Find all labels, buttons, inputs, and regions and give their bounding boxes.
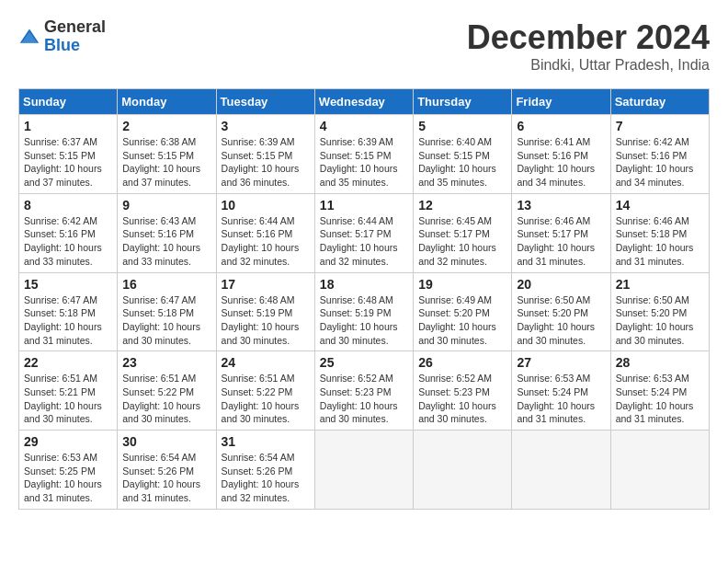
table-row: 21Sunrise: 6:50 AMSunset: 5:20 PMDayligh… xyxy=(610,272,709,351)
table-row: 26Sunrise: 6:52 AMSunset: 5:23 PMDayligh… xyxy=(414,351,512,431)
cell-info: Sunrise: 6:37 AMSunset: 5:15 PMDaylight:… xyxy=(24,135,112,190)
table-row: 20Sunrise: 6:50 AMSunset: 5:20 PMDayligh… xyxy=(512,272,610,351)
col-wednesday: Wednesday xyxy=(314,89,413,115)
cell-info: Sunrise: 6:46 AMSunset: 5:18 PMDaylight:… xyxy=(616,214,704,269)
calendar-table: Sunday Monday Tuesday Wednesday Thursday… xyxy=(18,88,710,510)
day-number: 23 xyxy=(122,355,210,370)
cell-info: Sunrise: 6:52 AMSunset: 5:23 PMDaylight:… xyxy=(320,372,408,426)
col-saturday: Saturday xyxy=(610,89,709,115)
cell-info: Sunrise: 6:46 AMSunset: 5:17 PMDaylight:… xyxy=(517,214,605,269)
calendar-week-row: 15Sunrise: 6:47 AMSunset: 5:18 PMDayligh… xyxy=(19,272,710,351)
day-number: 10 xyxy=(222,198,310,213)
table-row: 19Sunrise: 6:49 AMSunset: 5:20 PMDayligh… xyxy=(414,272,512,351)
day-number: 30 xyxy=(122,434,210,449)
table-row: 28Sunrise: 6:53 AMSunset: 5:24 PMDayligh… xyxy=(610,351,709,431)
day-number: 16 xyxy=(122,277,210,292)
cell-info: Sunrise: 6:48 AMSunset: 5:19 PMDaylight:… xyxy=(222,293,310,348)
logo-text: General Blue xyxy=(44,18,106,55)
table-row: 3Sunrise: 6:39 AMSunset: 5:15 PMDaylight… xyxy=(216,115,314,194)
day-number: 7 xyxy=(616,119,704,133)
day-number: 25 xyxy=(320,355,408,370)
table-row: 15Sunrise: 6:47 AMSunset: 5:18 PMDayligh… xyxy=(19,272,118,351)
day-number: 9 xyxy=(122,198,210,213)
table-row: 16Sunrise: 6:47 AMSunset: 5:18 PMDayligh… xyxy=(118,272,216,351)
col-monday: Monday xyxy=(118,89,216,115)
table-row: 31Sunrise: 6:54 AMSunset: 5:26 PMDayligh… xyxy=(216,431,314,510)
day-number: 27 xyxy=(517,355,605,370)
table-row: 13Sunrise: 6:46 AMSunset: 5:17 PMDayligh… xyxy=(512,193,610,272)
day-number: 3 xyxy=(222,119,310,133)
table-row: 23Sunrise: 6:51 AMSunset: 5:22 PMDayligh… xyxy=(118,351,216,431)
cell-info: Sunrise: 6:47 AMSunset: 5:18 PMDaylight:… xyxy=(122,293,210,348)
cell-info: Sunrise: 6:53 AMSunset: 5:24 PMDaylight:… xyxy=(616,372,704,426)
day-number: 31 xyxy=(222,434,310,449)
calendar-week-row: 29Sunrise: 6:53 AMSunset: 5:25 PMDayligh… xyxy=(19,431,710,510)
title-block: December 2024 Bindki, Uttar Pradesh, Ind… xyxy=(467,18,710,74)
table-row: 8Sunrise: 6:42 AMSunset: 5:16 PMDaylight… xyxy=(19,193,118,272)
col-thursday: Thursday xyxy=(414,89,512,115)
table-row: 6Sunrise: 6:41 AMSunset: 5:16 PMDaylight… xyxy=(512,115,610,194)
table-row: 17Sunrise: 6:48 AMSunset: 5:19 PMDayligh… xyxy=(216,272,314,351)
cell-info: Sunrise: 6:52 AMSunset: 5:23 PMDaylight:… xyxy=(418,372,506,426)
cell-info: Sunrise: 6:51 AMSunset: 5:22 PMDaylight:… xyxy=(122,372,210,426)
day-number: 20 xyxy=(517,277,605,292)
table-row: 9Sunrise: 6:43 AMSunset: 5:16 PMDaylight… xyxy=(118,193,216,272)
cell-info: Sunrise: 6:50 AMSunset: 5:20 PMDaylight:… xyxy=(616,293,704,348)
col-friday: Friday xyxy=(512,89,610,115)
cell-info: Sunrise: 6:40 AMSunset: 5:15 PMDaylight:… xyxy=(418,135,506,190)
calendar-header-row: Sunday Monday Tuesday Wednesday Thursday… xyxy=(19,89,710,115)
day-number: 6 xyxy=(517,119,605,133)
month-title: December 2024 xyxy=(467,18,710,57)
cell-info: Sunrise: 6:51 AMSunset: 5:22 PMDaylight:… xyxy=(222,372,310,426)
cell-info: Sunrise: 6:44 AMSunset: 5:17 PMDaylight:… xyxy=(320,214,408,269)
day-number: 17 xyxy=(222,277,310,292)
day-number: 5 xyxy=(418,119,506,133)
cell-info: Sunrise: 6:50 AMSunset: 5:20 PMDaylight:… xyxy=(517,293,605,348)
day-number: 4 xyxy=(320,119,408,133)
day-number: 21 xyxy=(616,277,704,292)
cell-info: Sunrise: 6:51 AMSunset: 5:21 PMDaylight:… xyxy=(24,372,112,426)
calendar-week-row: 22Sunrise: 6:51 AMSunset: 5:21 PMDayligh… xyxy=(19,351,710,431)
table-row: 14Sunrise: 6:46 AMSunset: 5:18 PMDayligh… xyxy=(610,193,709,272)
day-number: 1 xyxy=(24,119,112,133)
table-row: 11Sunrise: 6:44 AMSunset: 5:17 PMDayligh… xyxy=(314,193,413,272)
day-number: 2 xyxy=(122,119,210,133)
table-row: 10Sunrise: 6:44 AMSunset: 5:16 PMDayligh… xyxy=(216,193,314,272)
cell-info: Sunrise: 6:53 AMSunset: 5:24 PMDaylight:… xyxy=(517,372,605,426)
table-row: 12Sunrise: 6:45 AMSunset: 5:17 PMDayligh… xyxy=(414,193,512,272)
table-row xyxy=(512,431,610,510)
cell-info: Sunrise: 6:42 AMSunset: 5:16 PMDaylight:… xyxy=(616,135,704,190)
table-row: 30Sunrise: 6:54 AMSunset: 5:26 PMDayligh… xyxy=(118,431,216,510)
cell-info: Sunrise: 6:43 AMSunset: 5:16 PMDaylight:… xyxy=(122,214,210,269)
table-row: 27Sunrise: 6:53 AMSunset: 5:24 PMDayligh… xyxy=(512,351,610,431)
day-number: 15 xyxy=(24,277,112,292)
day-number: 18 xyxy=(320,277,408,292)
table-row: 22Sunrise: 6:51 AMSunset: 5:21 PMDayligh… xyxy=(19,351,118,431)
day-number: 8 xyxy=(24,198,112,213)
cell-info: Sunrise: 6:54 AMSunset: 5:26 PMDaylight:… xyxy=(222,451,310,505)
table-row xyxy=(314,431,413,510)
calendar-week-row: 8Sunrise: 6:42 AMSunset: 5:16 PMDaylight… xyxy=(19,193,710,272)
cell-info: Sunrise: 6:39 AMSunset: 5:15 PMDaylight:… xyxy=(222,135,310,190)
logo-general: General xyxy=(44,18,106,37)
cell-info: Sunrise: 6:38 AMSunset: 5:15 PMDaylight:… xyxy=(122,135,210,190)
cell-info: Sunrise: 6:41 AMSunset: 5:16 PMDaylight:… xyxy=(517,135,605,190)
cell-info: Sunrise: 6:49 AMSunset: 5:20 PMDaylight:… xyxy=(418,293,506,348)
col-sunday: Sunday xyxy=(19,89,118,115)
table-row xyxy=(414,431,512,510)
cell-info: Sunrise: 6:53 AMSunset: 5:25 PMDaylight:… xyxy=(24,451,112,505)
logo-icon xyxy=(18,26,40,48)
table-row: 4Sunrise: 6:39 AMSunset: 5:15 PMDaylight… xyxy=(314,115,413,194)
page-header: General Blue December 2024 Bindki, Uttar… xyxy=(18,18,710,74)
day-number: 11 xyxy=(320,198,408,213)
logo-blue: Blue xyxy=(44,37,106,55)
table-row: 5Sunrise: 6:40 AMSunset: 5:15 PMDaylight… xyxy=(414,115,512,194)
table-row: 7Sunrise: 6:42 AMSunset: 5:16 PMDaylight… xyxy=(610,115,709,194)
day-number: 28 xyxy=(616,355,704,370)
day-number: 14 xyxy=(616,198,704,213)
day-number: 26 xyxy=(418,355,506,370)
calendar-week-row: 1Sunrise: 6:37 AMSunset: 5:15 PMDaylight… xyxy=(19,115,710,194)
day-number: 22 xyxy=(24,355,112,370)
cell-info: Sunrise: 6:42 AMSunset: 5:16 PMDaylight:… xyxy=(24,214,112,269)
table-row: 25Sunrise: 6:52 AMSunset: 5:23 PMDayligh… xyxy=(314,351,413,431)
